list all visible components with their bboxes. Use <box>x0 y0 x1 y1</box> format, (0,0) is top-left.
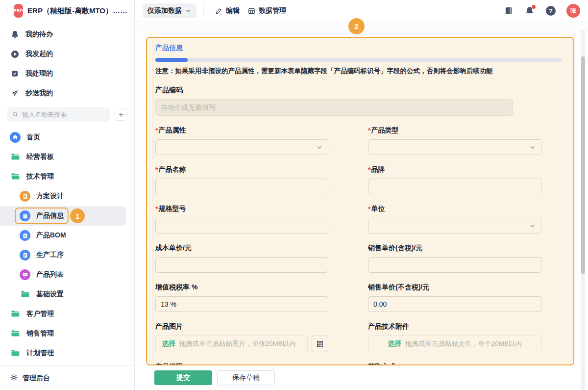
field-label: 产品名称 <box>158 165 186 174</box>
field-product-permission: 产品权限 <box>155 362 328 365</box>
monitor-chart-icon <box>20 269 30 280</box>
help-icon[interactable]: ? <box>545 5 556 16</box>
field-vat-rate: 增值税税率 % <box>155 283 328 312</box>
sidebar-item-my-processed[interactable]: 我处理的 <box>0 64 134 83</box>
chevron-down-icon <box>316 144 323 151</box>
field-sale-price-with-tax: 销售单价(含税)/元 <box>368 243 541 273</box>
required-marker: * <box>368 205 370 213</box>
notification-bell-icon[interactable] <box>524 5 535 16</box>
form-title: 产品信息 <box>155 44 562 53</box>
sidebar-item-customer-management[interactable]: 客户管理 <box>0 304 134 324</box>
sidebar-item-label: 我的待办 <box>25 30 53 39</box>
field-label: 产品编码 <box>155 85 562 95</box>
sidebar-item-plan-management[interactable]: 计划管理 <box>0 343 134 363</box>
sidebar-item-label: 计划管理 <box>26 349 54 358</box>
sale-price-no-tax-input[interactable] <box>368 296 541 312</box>
sidebar-item-production-process[interactable]: 生产工序 <box>0 245 134 265</box>
sidebar-item-label: 我处理的 <box>25 69 53 78</box>
form-note-prefix: 注意： <box>155 67 175 75</box>
search-input[interactable] <box>22 111 105 118</box>
cost-price-input[interactable] <box>155 257 328 273</box>
data-manage-button[interactable]: 数据管理 <box>244 3 290 18</box>
save-draft-button[interactable]: 保存草稿 <box>217 370 275 385</box>
process-document-icon <box>20 250 30 260</box>
edit-button[interactable]: 编辑 <box>211 3 244 18</box>
sidebar-item-product-bom[interactable]: 产品BOM <box>0 226 134 245</box>
upload-hint: 拖拽或单击后粘贴图片，单张20MB以内 <box>179 339 296 348</box>
qr-scan-upload-button[interactable] <box>312 336 328 352</box>
sidebar-item-my-initiated[interactable]: 我发起的 <box>0 44 134 64</box>
help-glyph: ? <box>546 6 556 16</box>
sidebar-item-product-info[interactable]: 产品信息 1 <box>0 206 126 226</box>
field-label: 产品技术附件 <box>368 322 409 331</box>
qr-code-icon <box>316 339 324 348</box>
spec-model-input[interactable] <box>155 218 328 234</box>
sidebar-item-label: 抄送我的 <box>25 89 53 98</box>
product-type-select[interactable] <box>368 139 541 155</box>
sidebar-item-label: 方案设计 <box>36 192 64 201</box>
clipboard-icon <box>20 210 30 221</box>
unit-select[interactable] <box>368 218 541 234</box>
folder-icon <box>20 289 30 300</box>
notebook-icon[interactable] <box>503 5 514 16</box>
vat-rate-input[interactable] <box>155 296 328 312</box>
menu-toggle-icon[interactable] <box>7 8 7 14</box>
table-grid-icon <box>247 7 256 15</box>
form-progress-bar <box>155 58 562 62</box>
form-action-bar: 提交 保存草稿 <box>135 365 588 390</box>
sidebar-item-cc-me[interactable]: 抄送我的 <box>0 83 134 103</box>
field-unit: *单位 <box>368 204 541 234</box>
sale-price-with-tax-input[interactable] <box>368 257 541 273</box>
sidebar-item-sales-management[interactable]: 销售管理 <box>0 324 134 343</box>
sidebar-item-label: 经营看板 <box>26 153 54 161</box>
brand-input[interactable] <box>368 179 541 194</box>
product-attribute-select[interactable] <box>155 139 328 155</box>
sidebar-item-label: 基础设置 <box>36 290 64 299</box>
product-attachment-upload[interactable]: 选择 拖拽或单击后粘贴文件，单个20MB以内 <box>368 336 541 352</box>
required-marker: * <box>368 166 370 174</box>
upload-select-label: 选择 <box>388 339 401 348</box>
bom-clipboard-icon <box>20 230 30 241</box>
field-label: 规格型号 <box>158 205 186 213</box>
sidebar-item-label: 我发起的 <box>25 50 53 58</box>
chevron-down-icon <box>185 7 192 14</box>
sidebar-item-label: 产品列表 <box>36 270 64 279</box>
sidebar-item-label: 生产工序 <box>36 251 64 260</box>
annotation-step-1-badge: 1 <box>70 208 85 223</box>
sidebar-item-my-todo[interactable]: 我的待办 <box>0 25 134 44</box>
sidebar-item-scheme-design[interactable]: 方案设计 <box>0 186 134 206</box>
user-avatar[interactable]: 张 <box>566 4 580 18</box>
field-product-attachment: 产品技术附件 选择 拖拽或单击后粘贴文件，单个20MB以内 <box>368 322 541 352</box>
field-product-code: 产品编码 <box>155 85 562 116</box>
upload-select-label: 选择 <box>162 339 175 348</box>
field-product-name: *产品名称 <box>155 165 328 194</box>
field-product-type: *产品类型 <box>368 126 541 155</box>
search-box[interactable] <box>7 107 110 122</box>
add-data-mode-button[interactable]: 仅添加数据 <box>143 3 196 18</box>
sidebar-item-label: 销售管理 <box>26 329 54 338</box>
sidebar-item-home[interactable]: 首页 <box>0 128 134 147</box>
app-window: ERP ERP（精细版-离散MTO）…… 我的待办 我发起的 我处理的 <box>0 0 588 390</box>
required-marker: * <box>155 127 158 134</box>
folder-open-icon <box>10 171 21 182</box>
product-image-upload[interactable]: 选择 拖拽或单击后粘贴图片，单张20MB以内 <box>155 336 308 352</box>
add-button[interactable]: + <box>115 108 127 121</box>
sidebar-item-business-board[interactable]: 经营看板 <box>0 147 134 167</box>
edit-label: 编辑 <box>226 6 240 15</box>
submit-button[interactable]: 提交 <box>154 370 212 385</box>
product-name-input[interactable] <box>155 179 328 194</box>
folder-icon <box>10 328 21 339</box>
sidebar-item-tech-management[interactable]: 技术管理 <box>0 167 134 186</box>
sidebar: ERP ERP（精细版-离散MTO）…… 我的待办 我发起的 我处理的 <box>0 0 135 390</box>
sidebar-item-admin-backend[interactable]: 管理后台 <box>0 365 134 390</box>
field-acquire-method: 获取方式 <box>368 362 541 365</box>
required-marker: * <box>368 127 370 134</box>
sidebar-item-product-list[interactable]: 产品列表 <box>0 265 134 285</box>
field-label: 产品图片 <box>155 322 183 331</box>
required-marker: * <box>155 205 158 213</box>
sidebar-search-row: + <box>7 107 127 122</box>
sidebar-item-basic-settings[interactable]: 基础设置 <box>0 285 134 304</box>
field-label: 增值税税率 % <box>155 283 197 292</box>
scrollbar-thumb[interactable] <box>581 56 585 274</box>
folder-icon <box>10 152 21 162</box>
